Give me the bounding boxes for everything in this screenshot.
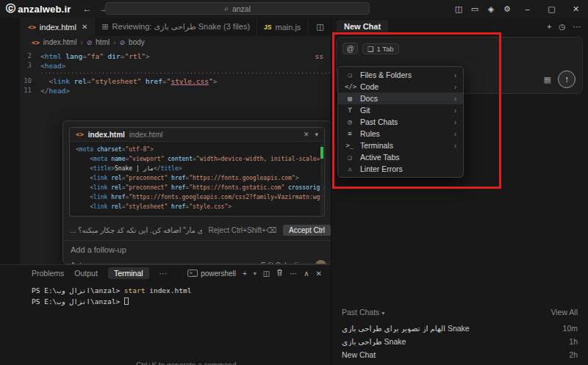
more-icon[interactable]: ⋯ — [573, 22, 581, 31]
more-panels-icon[interactable]: ⋯ — [159, 269, 168, 278]
split-editor-icon[interactable]: ◫ — [316, 22, 323, 32]
cursor-logo-icon[interactable]: ◈ — [483, 4, 499, 14]
line-number: 11 — [21, 86, 40, 95]
widget-code-line: <meta charset="utf-8"> — [76, 145, 324, 154]
chevron-down-icon[interactable]: ▾ — [254, 270, 257, 277]
code-line: 11 </head> — [21, 86, 331, 95]
collapse-widget-icon[interactable]: ▾ — [315, 131, 318, 138]
history-icon[interactable]: ◷ — [559, 22, 565, 31]
menu-item[interactable]: ▤ Docs › — [338, 93, 463, 104]
tab-icon: ❑ — [368, 45, 374, 53]
review-icon: ⊞ — [101, 22, 108, 32]
shell-selector[interactable]: >_ powershell — [187, 270, 236, 278]
terminal-output[interactable]: PS E:\انزال وب\anzal> start index.html P… — [0, 281, 331, 307]
chat-tab-new-chat[interactable]: New Chat — [337, 20, 388, 33]
past-chats-icon: ◷ — [345, 118, 355, 126]
code-icon: </> — [345, 83, 355, 90]
past-chat-time: 1h — [569, 337, 578, 346]
layout-icon[interactable]: ▭ — [467, 4, 483, 14]
maximize-button[interactable]: ▢ — [539, 0, 564, 18]
past-chat-row[interactable]: طراحی بازی Snake 1h — [342, 335, 578, 348]
menu-item[interactable]: ❏ Files & Folders › — [338, 69, 463, 81]
chat-panel: New Chat + ◷ ⋯ @ ❑ 1 Tab @ ▦ — [331, 18, 588, 365]
menu-item-label: Rules — [360, 129, 380, 138]
close-tab-icon[interactable]: ✕ — [82, 23, 87, 31]
breadcrumb-item-html[interactable]: html — [96, 38, 110, 46]
past-chat-row[interactable]: New Chat 2h — [342, 348, 578, 361]
new-chat-icon[interactable]: + — [547, 22, 551, 31]
past-chats-section: Past Chats ▾ View All الهام از تصویر برا… — [331, 308, 588, 361]
menu-item-label: Linter Errors — [360, 165, 403, 173]
more-icon[interactable]: ⋯ — [290, 270, 297, 278]
code-line: 3 <head> — [21, 61, 331, 71]
split-terminal-icon[interactable]: ◫ — [263, 270, 270, 278]
menu-item[interactable]: ≡ Rules › — [338, 128, 463, 140]
code-line: 2 <html lang="fa" dir="rtl"> — [21, 51, 331, 61]
menu-item[interactable]: ⚠ Linter Errors — [338, 163, 463, 175]
settings-gear-icon[interactable]: ⚙ — [499, 4, 515, 14]
user-prompt-text: ... مار به متن "بازی مار" اضافه کن. این … — [70, 226, 202, 234]
widget-scrollbar[interactable] — [320, 143, 323, 215]
send-message-button[interactable]: ↑ — [558, 71, 576, 88]
past-chats-header[interactable]: Past Chats ▾ — [342, 308, 384, 317]
terminal-line: PS E:\انزال وب\anzal> — [32, 296, 331, 307]
attach-image-icon[interactable]: ▦ — [544, 75, 551, 84]
back-icon[interactable]: ← — [82, 4, 91, 14]
files-folders-icon: ❏ — [345, 71, 355, 79]
menu-item[interactable]: ϒ Git › — [338, 104, 463, 116]
past-chat-title: الهام از تصویر برای طراحی بازی Snake — [342, 324, 563, 333]
toggle-panel-icon[interactable]: ◫ — [451, 4, 467, 14]
tab-main-js[interactable]: JS main.js — [257, 18, 308, 36]
tab-index-html[interactable]: <> index.html ✕ — [21, 18, 95, 36]
line-number: 10 — [21, 76, 40, 86]
code-line: ········································… — [21, 71, 331, 76]
widget-file-name: index.html — [88, 131, 125, 139]
trash-icon[interactable] — [276, 269, 283, 278]
minimize-button[interactable]: – — [515, 0, 539, 18]
breadcrumb-separator: › — [113, 38, 115, 46]
breadcrumb-item-file[interactable]: index.html — [43, 38, 77, 46]
menu-item[interactable]: ❑ Active Tabs — [338, 151, 463, 163]
tab-label: main.js — [275, 23, 301, 32]
symbol-tag-icon: ⊘ — [120, 39, 126, 46]
inline-diff-editor: <> index.html index.html ✕ ▾ <meta chars… — [69, 127, 325, 217]
tab-terminal[interactable]: Terminal — [108, 267, 149, 279]
accept-button[interactable]: Accept Ctrl — [283, 225, 331, 236]
editor-tab-bar: <> index.html ✕ ⊞ Reviewing: طراحی بازی … — [21, 18, 331, 36]
new-terminal-icon[interactable]: + — [243, 270, 247, 278]
close-window-button[interactable]: ✕ — [564, 0, 588, 18]
tab-problems[interactable]: Problems — [32, 269, 64, 278]
tab-label: Reviewing: طراحی بازی Snake (3 files) — [112, 22, 250, 32]
past-chat-row[interactable]: الهام از تصویر برای طراحی بازی Snake 10m — [342, 322, 578, 335]
menu-item[interactable]: >_ Terminals › — [338, 140, 463, 151]
breadcrumb: <> index.html › ⊘ html › ⊘ body — [0, 36, 331, 48]
watermark-logo-icon: ⓒ — [6, 2, 15, 15]
close-widget-icon[interactable]: ✕ — [304, 131, 309, 138]
maximize-panel-icon[interactable]: ∧ — [304, 270, 309, 278]
terminal-hint: Ctrl+K to generate a command — [136, 361, 236, 365]
tab-output[interactable]: Output — [74, 269, 98, 278]
menu-item[interactable]: ◷ Past Chats › — [338, 116, 463, 128]
js-file-icon: JS — [264, 24, 271, 31]
app-window: ⓒ anzalweb.ir ← → ⌕ anzal ◫ ▭ ◈ ⚙ – ▢ ✕ … — [0, 0, 588, 365]
add-context-button[interactable]: @ — [343, 43, 358, 54]
widget-code-line: <link href="https://fonts.googleapis.com… — [76, 192, 324, 202]
active-tabs-icon: ❑ — [345, 153, 355, 161]
widget-code-line: <title>Snake | مار</title> — [76, 164, 324, 173]
follow-up-input[interactable]: Add a follow-up — [63, 240, 331, 256]
submenu-chevron-icon: › — [454, 130, 456, 138]
menu-item[interactable]: </> Code › — [338, 81, 463, 93]
watermark-text: anzalweb.ir — [18, 4, 71, 15]
reject-button[interactable]: Reject Ctrl+Shift+⌫ — [209, 226, 277, 234]
tab-context-chip[interactable]: ❑ 1 Tab — [362, 43, 399, 54]
symbol-tag-icon: ⊘ — [87, 39, 93, 46]
widget-code: <meta charset="utf-8"> <meta name="viewp… — [70, 142, 324, 212]
view-all-link[interactable]: View All — [551, 308, 578, 317]
close-panel-icon[interactable]: ✕ — [316, 270, 322, 278]
breadcrumb-item-body[interactable]: body — [129, 38, 145, 46]
command-search-box[interactable]: ⌕ anzal — [105, 2, 370, 15]
menu-item-label: Terminals — [360, 141, 393, 150]
menu-item-label: Docs — [360, 94, 378, 103]
terminal-icon: >_ — [345, 142, 355, 149]
tab-reviewing[interactable]: ⊞ Reviewing: طراحی بازی Snake (3 files) — [95, 18, 257, 36]
